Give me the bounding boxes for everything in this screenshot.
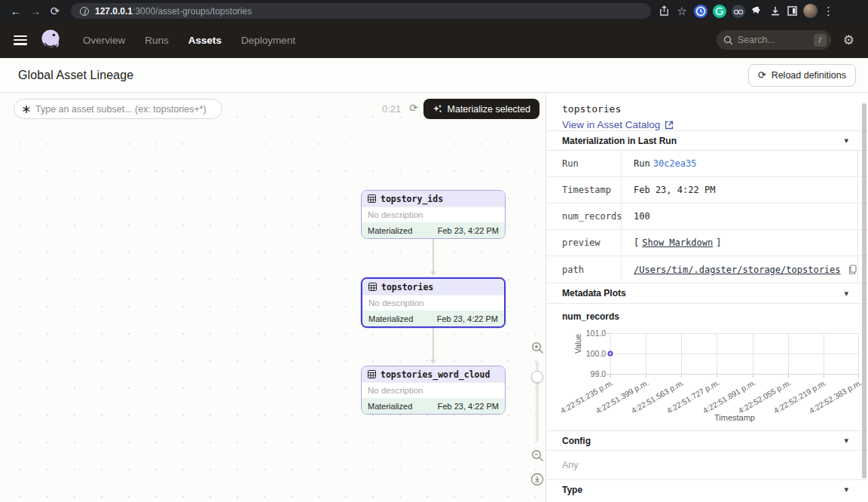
browser-toolbar: ← → ⟳ i 127.0.0.1:3000/asset-groups/tops… bbox=[0, 0, 868, 22]
table-row-timestamp: Timestamp Feb 23, 4:22 PM bbox=[546, 177, 868, 204]
table-icon bbox=[368, 194, 376, 203]
view-in-asset-catalog-link[interactable]: View in Asset Catalog bbox=[562, 119, 674, 130]
status-timestamp: Feb 23, 4:22 PM bbox=[438, 402, 499, 411]
asset-node-description: No description bbox=[362, 207, 505, 222]
asset-node-status-row: Materialized Feb 23, 4:22 PM bbox=[362, 311, 504, 326]
bookmark-star-icon[interactable]: ☆ bbox=[675, 5, 689, 18]
selected-asset-name: topstories bbox=[562, 103, 852, 115]
asset-node-status-row: Materialized Feb 23, 4:22 PM bbox=[362, 222, 505, 238]
status-label: Materialized bbox=[368, 402, 412, 411]
asset-node-description: No description bbox=[362, 295, 504, 311]
extensions-puzzle-icon[interactable] bbox=[750, 5, 764, 18]
asset-node-header: topstory_ids bbox=[362, 191, 505, 207]
search-shortcut-key: / bbox=[814, 34, 827, 47]
browser-reload-icon[interactable]: ⟳ bbox=[45, 5, 65, 18]
table-row-run: Run Run 30c2ea35 bbox=[546, 151, 868, 177]
x-axis-title: Timestamp bbox=[610, 413, 859, 422]
row-value: Feb 23, 4:22 PM bbox=[622, 177, 858, 203]
profile-avatar[interactable] bbox=[803, 4, 818, 18]
asset-node-description: No description bbox=[362, 382, 505, 398]
search-input[interactable] bbox=[738, 35, 809, 45]
section-title: Type bbox=[562, 485, 582, 495]
hamburger-menu-icon[interactable] bbox=[14, 35, 27, 45]
page-title: Global Asset Lineage bbox=[18, 69, 133, 82]
url-path: :3000/asset-groups/topstories bbox=[133, 6, 252, 17]
downloads-icon[interactable] bbox=[769, 5, 781, 17]
reading-mode-icon[interactable] bbox=[787, 5, 798, 17]
asset-graph-canvas[interactable]: 0:21 ⟳ Materialize selected topstory_ids… bbox=[0, 93, 546, 502]
data-point-100[interactable] bbox=[608, 351, 613, 357]
address-bar[interactable]: i 127.0.0.1:3000/asset-groups/topstories bbox=[71, 3, 651, 19]
config-value: Any bbox=[546, 450, 868, 479]
section-title: Metadata Plots bbox=[562, 288, 626, 298]
status-timestamp: Feb 23, 4:22 PM bbox=[437, 314, 498, 323]
global-search[interactable]: / bbox=[717, 30, 831, 50]
path-link[interactable]: /Users/tim/.dagster/storage/topstories bbox=[634, 265, 841, 275]
zoom-slider[interactable] bbox=[536, 362, 539, 442]
settings-gear-icon[interactable]: ⚙ bbox=[843, 34, 854, 47]
status-timestamp: Feb 23, 4:22 PM bbox=[438, 226, 499, 235]
zoom-in-icon[interactable] bbox=[531, 341, 544, 354]
dagster-logo[interactable] bbox=[39, 28, 63, 52]
extension-grammarly-icon[interactable] bbox=[713, 5, 726, 18]
nav-right: / ⚙ bbox=[717, 30, 854, 50]
section-title: Materialization in Last Run bbox=[562, 136, 677, 146]
materialize-selected-button[interactable]: Materialize selected bbox=[423, 99, 539, 119]
edge-topstory-ids-to-topstories bbox=[429, 239, 438, 276]
x-axis-labels: 4:22:51.235 p.m. 4:22:51.399 p.m. 4:22:5… bbox=[610, 374, 859, 412]
row-value: /Users/tim/.dagster/storage/topstories bbox=[622, 256, 858, 283]
asset-node-header: topstories bbox=[362, 279, 504, 295]
chevron-down-icon: ▾ bbox=[844, 289, 848, 298]
refresh-graph-icon[interactable]: ⟳ bbox=[409, 102, 418, 114]
copy-path-icon[interactable] bbox=[848, 265, 857, 274]
recenter-graph-icon[interactable] bbox=[530, 473, 544, 486]
status-label: Materialized bbox=[368, 314, 413, 323]
page-header: Global Asset Lineage ⟳ Reload definition… bbox=[0, 58, 868, 93]
bracket-open: [ bbox=[634, 237, 639, 248]
chevron-down-icon: ▾ bbox=[844, 436, 848, 445]
section-metadata-plots[interactable]: Metadata Plots ▾ bbox=[546, 283, 868, 303]
browser-forward-icon[interactable]: → bbox=[26, 5, 45, 17]
asset-node-header: topstories_word_cloud bbox=[362, 366, 505, 382]
reload-definitions-button[interactable]: ⟳ Reload definitions bbox=[748, 64, 856, 87]
asset-node-topstories[interactable]: topstories No description Materialized F… bbox=[361, 277, 506, 328]
panel-scrollbar[interactable] bbox=[862, 103, 866, 479]
nav-items: Overview Runs Assets Deployment bbox=[83, 35, 295, 46]
asset-node-topstories-word-cloud[interactable]: topstories_word_cloud No description Mat… bbox=[361, 366, 506, 415]
share-icon[interactable] bbox=[659, 5, 670, 17]
browser-back-icon[interactable]: ← bbox=[6, 5, 26, 17]
section-materialization-last-run[interactable]: Materialization in Last Run ▾ bbox=[546, 130, 868, 150]
zoom-slider-handle[interactable] bbox=[531, 371, 543, 383]
row-key: Run bbox=[546, 151, 622, 176]
asset-filter-input[interactable] bbox=[35, 104, 214, 115]
table-row-num-records: num_records 100 bbox=[546, 204, 868, 230]
asset-selector-icon bbox=[22, 105, 31, 114]
extension-clock-icon[interactable] bbox=[694, 5, 708, 18]
status-label: Materialized bbox=[368, 226, 412, 235]
section-config[interactable]: Config ▾ bbox=[546, 430, 868, 450]
zoom-out-icon[interactable] bbox=[531, 449, 544, 462]
table-icon bbox=[368, 283, 377, 291]
run-id-link[interactable]: 30c2ea35 bbox=[653, 158, 697, 169]
browser-menu-icon[interactable]: ⋮ bbox=[823, 5, 833, 18]
show-markdown-link[interactable]: Show Markdown bbox=[642, 237, 713, 248]
row-key: num_records bbox=[546, 204, 622, 229]
nav-item-runs[interactable]: Runs bbox=[145, 35, 169, 46]
nav-item-deployment[interactable]: Deployment bbox=[241, 35, 295, 46]
catalog-link-label: View in Asset Catalog bbox=[562, 119, 660, 130]
asset-filter[interactable] bbox=[14, 99, 222, 119]
bracket-close: ] bbox=[716, 237, 721, 248]
run-prefix: Run bbox=[634, 158, 650, 169]
nav-item-overview[interactable]: Overview bbox=[83, 35, 125, 46]
url-text[interactable]: 127.0.0.1:3000/asset-groups/topstories bbox=[95, 6, 252, 17]
metadata-table: Run Run 30c2ea35 Timestamp Feb 23, 4:22 … bbox=[546, 150, 868, 283]
asset-node-topstory-ids[interactable]: topstory_ids No description Materialized… bbox=[361, 190, 506, 239]
section-type[interactable]: Type ▾ bbox=[546, 479, 868, 499]
asset-node-name: topstory_ids bbox=[381, 194, 443, 204]
nav-item-assets[interactable]: Assets bbox=[188, 35, 222, 46]
site-info-icon[interactable]: i bbox=[80, 7, 89, 16]
row-key: path bbox=[546, 256, 622, 283]
row-value: 100 bbox=[622, 204, 858, 229]
search-icon bbox=[723, 35, 733, 45]
extension-goggles-icon[interactable] bbox=[732, 5, 745, 18]
